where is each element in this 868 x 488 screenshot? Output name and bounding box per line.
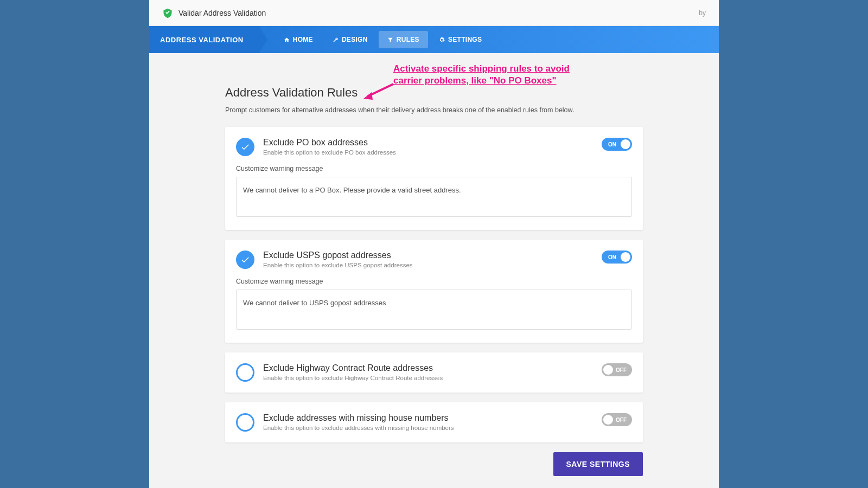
toggle-label: ON (608, 254, 616, 260)
nav-item-home[interactable]: HOME (275, 31, 322, 48)
nav-bar: ADDRESS VALIDATION HOME DESIGN RULES SET… (149, 26, 719, 53)
check-circle-icon (236, 138, 254, 156)
nav-label: RULES (397, 36, 419, 43)
rule-description: Enable this option to exclude USPS gopos… (263, 262, 593, 268)
customize-message-label: Customize warning message (236, 278, 632, 285)
toggle-knob (603, 415, 613, 425)
rule-title: Exclude PO box addresses (263, 138, 593, 147)
page-title: Address Validation Rules (225, 86, 643, 100)
empty-circle-icon (236, 363, 254, 382)
rule-toggle[interactable]: ON (602, 138, 632, 151)
rule-description: Enable this option to exclude Highway Co… (263, 375, 593, 381)
rule-card: Exclude Highway Contract Route addresses… (225, 352, 643, 393)
customize-message-label: Customize warning message (236, 165, 632, 172)
save-settings-button[interactable]: SAVE SETTINGS (553, 452, 643, 476)
filter-icon (387, 37, 393, 43)
nav-item-rules[interactable]: RULES (379, 31, 428, 48)
rule-description: Enable this option to exclude PO box add… (263, 149, 593, 156)
annotation-callout: Activate specific shipping rules to avoi… (393, 63, 589, 87)
gear-icon (439, 37, 445, 43)
warning-message-input[interactable] (236, 290, 632, 330)
rule-toggle[interactable]: OFF (602, 413, 632, 426)
nav-section-title: ADDRESS VALIDATION (149, 26, 259, 53)
nav-label: HOME (293, 36, 313, 43)
by-label: by (699, 9, 706, 17)
rule-description: Enable this option to exclude addresses … (263, 425, 593, 431)
content-area: Activate specific shipping rules to avoi… (149, 53, 719, 487)
page-subtitle: Prompt customers for alternative address… (225, 106, 643, 114)
home-icon (284, 37, 290, 43)
warning-message-input[interactable] (236, 177, 632, 217)
rule-card: Exclude USPS gopost addressesEnable this… (225, 240, 643, 343)
rule-title: Exclude addresses with missing house num… (263, 413, 593, 423)
toggle-knob (621, 139, 630, 149)
annotation-arrow (361, 81, 399, 103)
toggle-label: ON (608, 142, 616, 147)
rule-toggle[interactable]: ON (602, 251, 632, 264)
rule-card: Exclude PO box addressesEnable this opti… (225, 127, 643, 230)
check-circle-icon (236, 251, 254, 269)
rule-toggle[interactable]: OFF (602, 363, 632, 376)
header-bar: Validar Address Validation by (149, 0, 719, 26)
nav-item-settings[interactable]: SETTINGS (430, 31, 490, 48)
toggle-knob (603, 365, 613, 375)
toggle-knob (621, 252, 630, 262)
nav-label: DESIGN (342, 36, 368, 43)
toggle-label: OFF (616, 367, 627, 373)
nav-label: SETTINGS (448, 36, 482, 43)
nav-item-design[interactable]: DESIGN (324, 31, 376, 48)
app-window: Validar Address Validation by ADDRESS VA… (149, 0, 719, 488)
rule-title: Exclude Highway Contract Route addresses (263, 363, 593, 373)
empty-circle-icon (236, 413, 254, 432)
toggle-label: OFF (616, 417, 627, 423)
wrench-icon (333, 37, 339, 43)
rule-card: Exclude addresses with missing house num… (225, 402, 643, 442)
app-title: Validar Address Validation (178, 9, 266, 17)
shield-icon (162, 7, 173, 19)
rule-title: Exclude USPS gopost addresses (263, 251, 593, 260)
